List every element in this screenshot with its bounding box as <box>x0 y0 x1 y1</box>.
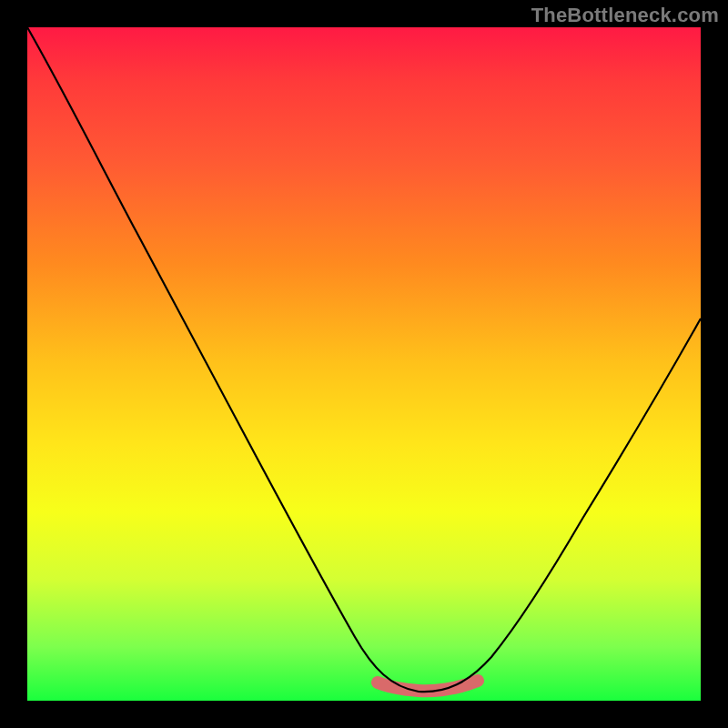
chart-frame: TheBottleneck.com <box>0 0 728 728</box>
bottleneck-curve <box>27 27 701 692</box>
curve-svg <box>27 27 701 701</box>
watermark-text: TheBottleneck.com <box>531 4 719 27</box>
plot-area <box>27 27 701 701</box>
